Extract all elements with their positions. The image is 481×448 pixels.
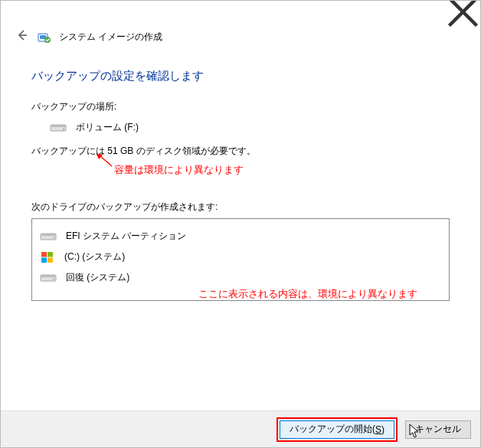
back-button[interactable] xyxy=(15,28,30,46)
svg-rect-12 xyxy=(41,252,47,257)
svg-point-11 xyxy=(53,237,54,238)
svg-rect-7 xyxy=(51,125,66,127)
drive-name: EFI システム パーティション xyxy=(66,230,186,243)
page-heading: バックアップの設定を確認します xyxy=(31,69,450,83)
svg-rect-13 xyxy=(47,252,53,257)
svg-rect-14 xyxy=(41,257,47,263)
size-requirement: バックアップには 51 GB のディスク領域が必要です。 xyxy=(31,145,450,158)
annotation-highlight: バックアップの開始(S) xyxy=(276,417,398,442)
drive-name: (C:) (システム) xyxy=(64,250,125,263)
drives-list: EFI システム パーティション (C:) (システム) 回復 (システム) xyxy=(31,218,450,301)
svg-rect-17 xyxy=(41,275,56,277)
drives-section-label: 次のドライブのバックアップが作成されます: xyxy=(31,201,450,214)
hdd-icon xyxy=(40,231,57,243)
list-item: (C:) (システム) xyxy=(40,250,441,263)
location-label: バックアップの場所: xyxy=(31,100,450,113)
list-item: EFI システム パーティション xyxy=(40,230,441,243)
svg-rect-15 xyxy=(47,257,53,263)
start-backup-button[interactable]: バックアップの開始(S) xyxy=(280,420,394,439)
drive-name: 回復 (システム) xyxy=(66,271,129,284)
windows-icon xyxy=(40,251,55,263)
list-item: 回復 (システム) xyxy=(40,271,441,284)
close-button[interactable] xyxy=(446,1,480,22)
window-title: システム イメージの作成 xyxy=(59,31,162,44)
svg-point-18 xyxy=(53,278,54,280)
hdd-icon xyxy=(40,272,57,284)
svg-point-8 xyxy=(63,128,64,129)
svg-rect-10 xyxy=(41,234,56,236)
hdd-icon xyxy=(50,122,67,134)
cancel-button[interactable]: キャンセル xyxy=(405,420,471,439)
backup-location-row: ボリューム (F:) xyxy=(50,121,450,134)
svg-point-5 xyxy=(44,37,51,43)
system-image-icon xyxy=(38,31,51,44)
location-value: ボリューム (F:) xyxy=(76,121,139,134)
